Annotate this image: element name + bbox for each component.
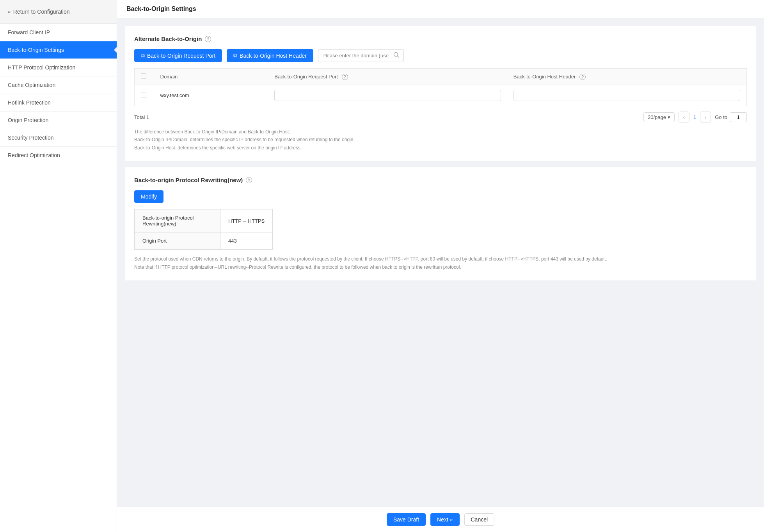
next-btn[interactable]: Next » bbox=[430, 513, 459, 526]
protocol-section: Back-to-origin Protocol Rewriting(new) ?… bbox=[125, 167, 756, 280]
save-draft-btn[interactable]: Save Draft bbox=[387, 513, 426, 526]
domain-search-input[interactable] bbox=[322, 53, 393, 59]
alternate-note: The difference between Back-to-Origin IP… bbox=[134, 128, 747, 152]
request-port-input[interactable] bbox=[274, 90, 501, 101]
protocol-table-row-2: Origin Port 443 bbox=[135, 232, 273, 250]
sidebar-item-redirect-optimization[interactable]: Redirect Optimization bbox=[0, 147, 117, 164]
page-title: Back-to-Origin Settings bbox=[126, 5, 196, 12]
row-checkbox[interactable] bbox=[141, 92, 146, 98]
sidebar-item-http-protocol-optimization[interactable]: HTTP Protocol Optimization bbox=[0, 59, 117, 76]
chevron-down-icon: ▾ bbox=[668, 114, 670, 120]
domain-search-wrap bbox=[318, 49, 404, 62]
back-to-origin-host-header-btn[interactable]: ⧉ Back-to-Origin Host Header bbox=[227, 49, 313, 62]
sidebar-item-back-to-origin-settings[interactable]: Back-to-Origin Settings bbox=[0, 41, 117, 59]
goto-label: Go to bbox=[715, 114, 727, 120]
return-to-configuration-btn[interactable]: « Return to Configuration bbox=[0, 0, 117, 24]
protocol-value-1: HTTP→ HTTPS bbox=[220, 209, 273, 232]
link-icon: ⧉ bbox=[141, 52, 145, 59]
protocol-label-2: Origin Port bbox=[135, 232, 220, 250]
sidebar: « Return to Configuration Forward Client… bbox=[0, 0, 117, 532]
modify-btn[interactable]: Modify bbox=[134, 190, 163, 203]
protocol-label-1: Back-to-origin Protocol Rewriting(new) bbox=[135, 209, 220, 232]
protocol-value-2: 443 bbox=[220, 232, 273, 250]
sidebar-item-security-protection[interactable]: Security Protection bbox=[0, 129, 117, 147]
protocol-table: Back-to-origin Protocol Rewriting(new) H… bbox=[134, 209, 273, 250]
col-request-port: Back-to-Origin Request Port ? bbox=[268, 69, 507, 85]
search-icon[interactable] bbox=[393, 52, 400, 59]
page-size-label: 20/page bbox=[648, 114, 666, 120]
protocol-table-row-1: Back-to-origin Protocol Rewriting(new) H… bbox=[135, 209, 273, 232]
prev-page-btn[interactable]: ‹ bbox=[679, 112, 689, 122]
row-domain-cell: wxy.test.com bbox=[154, 85, 268, 106]
sidebar-nav: Forward Client IP Back-to-Origin Setting… bbox=[0, 24, 117, 532]
current-page: 1 bbox=[693, 114, 696, 120]
cancel-btn[interactable]: Cancel bbox=[464, 513, 495, 526]
alternate-section-title: Alternate Back-to-Origin ? bbox=[134, 35, 747, 42]
sidebar-item-forward-client-ip[interactable]: Forward Client IP bbox=[0, 24, 117, 41]
table-row: wxy.test.com bbox=[135, 85, 747, 106]
goto-wrap: Go to bbox=[715, 112, 747, 122]
pagination-row: Total 1 20/page ▾ ‹ 1 › Go to bbox=[134, 112, 747, 122]
row-checkbox-cell bbox=[135, 85, 154, 106]
domain-table: Domain Back-to-Origin Request Port ? Bac… bbox=[134, 68, 747, 106]
sidebar-item-cache-optimization[interactable]: Cache Optimization bbox=[0, 76, 117, 94]
total-label: Total 1 bbox=[134, 114, 640, 120]
alternate-help-icon[interactable]: ? bbox=[205, 36, 211, 42]
alternate-action-row: ⧉ Back-to-Origin Request Port ⧉ Back-to-… bbox=[134, 49, 747, 62]
col-host-header: Back-to-Origin Host Header ? bbox=[507, 69, 747, 85]
protocol-note: Set the protocol used when CDN returns t… bbox=[134, 255, 747, 271]
svg-line-1 bbox=[398, 56, 399, 58]
sidebar-item-hotlink-protection[interactable]: Hotlink Protection bbox=[0, 94, 117, 112]
row-request-port-cell bbox=[268, 85, 507, 106]
host-header-input[interactable] bbox=[513, 90, 740, 101]
content-area: Back-to-Origin Settings Alternate Back-t… bbox=[117, 0, 764, 532]
next-page-btn[interactable]: › bbox=[700, 112, 711, 122]
back-to-origin-request-port-btn[interactable]: ⧉ Back-to-Origin Request Port bbox=[134, 49, 222, 62]
page-body: Alternate Back-to-Origin ? ⧉ Back-to-Ori… bbox=[117, 18, 764, 507]
col-domain: Domain bbox=[154, 69, 268, 85]
sidebar-item-origin-protection[interactable]: Origin Protection bbox=[0, 112, 117, 129]
col-checkbox bbox=[135, 69, 154, 85]
goto-input[interactable] bbox=[730, 112, 747, 122]
link-icon-2: ⧉ bbox=[233, 52, 237, 59]
alternate-section: Alternate Back-to-Origin ? ⧉ Back-to-Ori… bbox=[125, 26, 756, 161]
protocol-help-icon[interactable]: ? bbox=[246, 177, 252, 183]
footer: Save Draft Next » Cancel bbox=[117, 507, 764, 532]
back-chevron-icon: « bbox=[8, 9, 11, 15]
protocol-section-title: Back-to-origin Protocol Rewriting(new) ? bbox=[134, 177, 747, 183]
host-header-help-icon[interactable]: ? bbox=[579, 74, 586, 80]
request-port-help-icon[interactable]: ? bbox=[342, 74, 348, 80]
page-size-select[interactable]: 20/page ▾ bbox=[643, 112, 675, 122]
page-header: Back-to-Origin Settings bbox=[117, 0, 764, 18]
sidebar-back-label: Return to Configuration bbox=[13, 9, 70, 15]
select-all-checkbox[interactable] bbox=[141, 73, 146, 79]
row-host-header-cell bbox=[507, 85, 747, 106]
